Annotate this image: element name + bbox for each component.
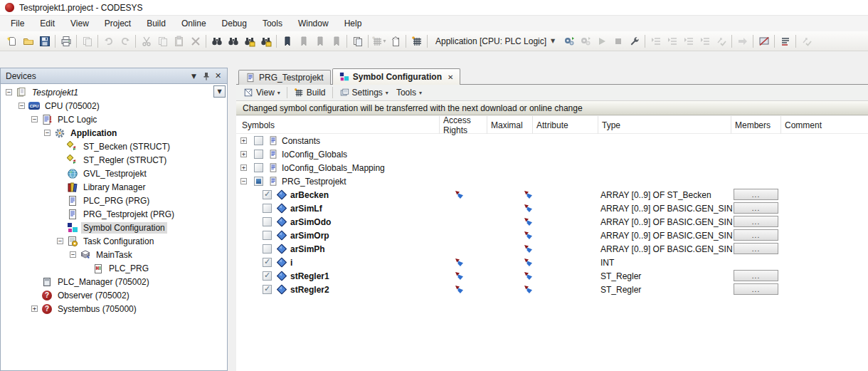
tree-item-symbol-configuration[interactable]: + Symbol Configuration [1, 221, 227, 234]
menu-edit[interactable]: Edit [32, 16, 63, 31]
collapse-icon[interactable]: − [70, 251, 76, 258]
collapse-icon[interactable]: − [18, 103, 25, 109]
panel-menu-icon[interactable]: ▼ [188, 70, 200, 82]
start-icon[interactable] [593, 33, 610, 49]
tree-item-plc-logic[interactable]: − PLC Logic [1, 113, 227, 126]
tree-item-cpu[interactable]: − CPU CPU (705002) [1, 99, 227, 113]
maximal-icon[interactable] [524, 231, 533, 240]
maximal-icon[interactable] [524, 258, 533, 267]
next-bookmark-icon[interactable] [312, 33, 328, 49]
members-button[interactable]: ... [734, 216, 778, 227]
maximal-icon[interactable] [524, 244, 533, 254]
delete-icon[interactable] [187, 33, 203, 49]
tree-item-plc-manager[interactable]: + PLC_Manager (705002) [1, 275, 227, 288]
checkbox-unchecked[interactable] [254, 136, 263, 145]
tree-item-st-becken[interactable]: + ST_Becken (STRUCT) [1, 140, 227, 153]
find-icon[interactable] [208, 33, 225, 49]
maximal-icon[interactable] [524, 285, 533, 294]
display-mode-icon[interactable] [756, 33, 772, 49]
tab-symbol-configuration[interactable]: Symbol Configuration ✕ [332, 68, 461, 85]
menu-file[interactable]: File [3, 16, 32, 31]
members-button[interactable]: ... [734, 202, 778, 214]
build-icon[interactable] [408, 33, 425, 49]
column-header-access-rights[interactable]: Access Rights [439, 116, 487, 134]
print-icon[interactable] [58, 33, 74, 49]
maximal-icon[interactable] [524, 217, 533, 226]
step-into-icon[interactable] [664, 33, 680, 49]
column-header-symbols[interactable]: Symbols [236, 116, 439, 134]
maximal-icon[interactable] [524, 271, 533, 281]
access-rights-icon[interactable] [455, 190, 464, 199]
collapse-icon[interactable]: − [44, 130, 51, 136]
column-header-maximal[interactable]: Maximal [487, 116, 532, 134]
tree-item-st-regler[interactable]: + ST_Regler (STRUCT) [1, 153, 227, 167]
checkbox-unchecked[interactable] [263, 217, 272, 226]
redo-icon[interactable] [117, 33, 133, 49]
devices-combo-dropdown[interactable]: ▼ [213, 85, 226, 98]
collapse-icon[interactable]: − [240, 178, 247, 184]
build-button[interactable]: Build [290, 86, 329, 99]
tab-prg-testprojekt[interactable]: PRG_Testprojekt [238, 70, 331, 85]
previous-bookmark-icon[interactable] [295, 33, 312, 49]
tree-item-plc-prg[interactable]: + PLC_PRG (PRG) [1, 194, 227, 207]
menu-window[interactable]: Window [290, 16, 337, 31]
menu-online[interactable]: Online [174, 16, 214, 31]
table-row[interactable]: + IoConfig_Globals_Mapping [236, 161, 868, 174]
menu-build[interactable]: Build [139, 16, 174, 31]
tree-item-task-configuration[interactable]: − Task Configuration [1, 234, 227, 248]
menu-tools[interactable]: Tools [255, 16, 290, 31]
tree-item-library-manager[interactable]: + Library Manager [1, 180, 227, 194]
breakpoint-settings-icon[interactable] [626, 33, 642, 49]
online-config-mode-icon[interactable] [798, 33, 815, 49]
tree-item-observer[interactable]: + ? Observer (705002) [1, 288, 227, 302]
open-project-icon[interactable] [20, 33, 36, 49]
toggle-bookmark-icon[interactable] [279, 33, 295, 49]
save-icon[interactable] [36, 33, 53, 49]
table-row[interactable]: arSimOrp ARRAY [0..9] OF BASIC.GEN_SIN .… [236, 229, 868, 242]
collapse-icon[interactable]: − [6, 89, 12, 95]
table-row[interactable]: arSimPh ARRAY [0..9] OF BASIC.GEN_SIN ..… [236, 242, 868, 256]
copy-icon[interactable] [154, 33, 171, 49]
menu-help[interactable]: Help [337, 16, 370, 31]
menu-project[interactable]: Project [97, 16, 139, 31]
members-button[interactable]: ... [734, 229, 778, 241]
checkbox-unchecked[interactable] [254, 163, 263, 172]
menu-view[interactable]: View [63, 16, 97, 31]
expand-icon[interactable]: + [31, 305, 38, 312]
pin-icon[interactable] [200, 70, 212, 82]
column-header-comment[interactable]: Comment [780, 116, 837, 134]
tree-item-gvl-testprojekt[interactable]: + GVL_Testprojekt [1, 167, 227, 180]
collapse-icon[interactable]: − [31, 116, 38, 122]
cut-icon[interactable] [138, 33, 154, 49]
menu-debug[interactable]: Debug [214, 16, 255, 31]
maximal-icon[interactable] [524, 190, 533, 199]
expand-icon[interactable]: + [240, 151, 247, 157]
column-header-members[interactable]: Members [731, 116, 780, 134]
column-header-type[interactable]: Type [598, 116, 731, 134]
table-row[interactable]: arSimOdo ARRAY [0..9] OF BASIC.GEN_SIN .… [236, 215, 868, 229]
members-button[interactable]: ... [734, 189, 778, 200]
jump-icon[interactable] [734, 33, 751, 49]
step-over-icon[interactable] [647, 33, 664, 49]
tree-item-systembus[interactable]: + ? Systembus (705000) [1, 302, 227, 315]
preview-icon[interactable] [79, 33, 95, 49]
table-row[interactable]: + IoConfig_Globals [236, 147, 868, 161]
tree-item-maintask-plc-prg[interactable]: + PLC_PRG [1, 261, 227, 275]
find-in-project-icon[interactable] [241, 33, 258, 49]
new-object-icon[interactable]: ▾ [371, 33, 387, 49]
tree-item-testprojekt1[interactable]: − Testprojekt1 [1, 85, 227, 99]
settings-button[interactable]: Settings ▾ [336, 86, 392, 99]
replace-in-project-icon[interactable] [258, 33, 274, 49]
tree-item-application[interactable]: − Application [1, 126, 227, 140]
table-row[interactable]: − PRG_Testprojekt [236, 174, 868, 188]
access-rights-icon[interactable] [455, 285, 464, 294]
members-button[interactable]: ... [734, 283, 778, 295]
stop-icon[interactable] [610, 33, 626, 49]
tools-button[interactable]: Tools ▾ [393, 86, 425, 99]
table-row[interactable]: arBecken ARRAY [0..9] OF ST_Becken ... [236, 188, 868, 202]
column-header-attribute[interactable]: Attribute [532, 116, 598, 134]
login-icon[interactable] [561, 33, 577, 49]
application-selector[interactable]: Application [CPU: PLC Logic] ▼ [431, 35, 559, 48]
export-pages-icon[interactable] [349, 33, 366, 49]
checkbox-unchecked[interactable] [254, 150, 263, 159]
